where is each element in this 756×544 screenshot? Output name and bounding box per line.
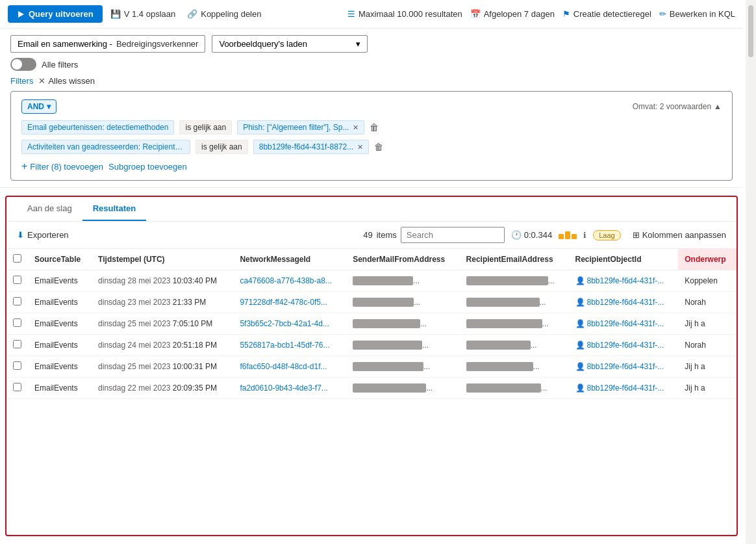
rule-icon: ⚑ [562,9,570,19]
row-checkbox[interactable] [13,361,21,370]
row-checkbox-cell[interactable] [6,270,28,292]
filters-link[interactable]: Filters [10,76,33,86]
search-input[interactable] [401,227,505,243]
row-message-id[interactable]: f6fac650-d48f-48cd-d1f... [233,356,346,378]
row-recipient-object-id[interactable]: 👤8bb129fe-f6d4-431f-... [569,270,679,292]
row-source: EmailEvents [28,378,92,399]
conditions-label[interactable]: Omvat: 2 voorwaarden ▲ [633,102,722,111]
row-sender: ... [346,356,459,378]
select-all-header[interactable] [6,249,28,270]
filter-value-chip[interactable]: 8bb129fe-f6d4-431f-8872... ✕ [253,140,369,154]
and-chevron-icon: ▾ [47,102,51,111]
timing-area: 🕐 0:0.344 [511,230,552,240]
row-checkbox-cell[interactable] [6,292,28,313]
filter-field-chip[interactable]: Activiteiten van geadresseerden: Recipie… [21,140,190,154]
row-subject: Jij h a [678,313,737,335]
clock-icon: 🕐 [511,230,522,240]
row-checkbox[interactable] [13,340,21,348]
toolbar-right: ☰ Maximaal 10.000 resultaten 📅 Afgelopen… [347,9,735,19]
header-subject: Onderwerp [678,249,737,270]
toggle-knob [12,59,22,70]
all-filters-label: Alle filters [42,60,78,70]
filter-trash-icon[interactable]: 🗑 [374,142,383,152]
row-recipient-object-id[interactable]: 👤8bb129fe-f6d4-431f-... [569,356,679,378]
run-query-button[interactable]: Query uitvoeren [8,5,103,23]
results-section: Aan de slag Resultaten ⬇ Exporteren 49 i… [5,196,738,536]
add-filter-row: + Filter (8) toevoegen Subgroep toevoege… [21,161,722,172]
days-item[interactable]: 📅 Afgelopen 7 dagen [470,9,555,19]
calendar-icon: 📅 [470,9,481,19]
and-button[interactable]: AND ▾ [21,99,57,114]
clear-all-icon: ✕ [38,76,45,86]
save-button[interactable]: 💾 V 1.4 opslaan [107,6,180,21]
row-checkbox-cell[interactable] [6,313,28,335]
source-dropdown[interactable]: Email en samenwerking - Bedreigingsverke… [10,35,205,53]
add-filter-button[interactable]: + Filter (8) toevoegen [21,161,103,172]
filter-trash-icon[interactable]: 🗑 [370,122,379,133]
row-recipient-email: ... [460,356,569,378]
row-checkbox[interactable] [13,276,21,284]
tab-resultaten[interactable]: Resultaten [82,197,146,221]
row-recipient-object-id[interactable]: 👤8bb129fe-f6d4-431f-... [569,313,679,335]
row-checkbox-cell[interactable] [6,335,28,356]
filter-value-clear-icon[interactable]: ✕ [353,123,359,132]
row-message-id[interactable]: 5526817a-bcb1-45df-76... [233,335,346,356]
table-row: EmailEvents dinsdag 25 mei 2023 10:00:31… [6,356,737,378]
filter-box: AND ▾ Omvat: 2 voorwaarden ▲ Email gebeu… [10,91,733,181]
row-checkbox[interactable] [13,383,21,391]
share-button[interactable]: 🔗 Koppeling delen [183,6,265,21]
row-recipient-email: ... [460,335,569,356]
right-scrollbar[interactable] [746,0,756,544]
row-sender: ... [346,378,459,399]
row-checkbox-cell[interactable] [6,378,28,399]
edit-kql-item[interactable]: ✏ Bewerken in KQL [659,9,735,19]
table-row: EmailEvents dinsdag 22 mei 2023 20:09:35… [6,378,737,399]
clear-all-button[interactable]: ✕ Alles wissen [38,76,95,86]
filter-field-chip[interactable]: Email gebeurtenissen: detectiemethoden [21,120,174,135]
laag-badge: Laag [593,230,620,240]
row-sender: ... [346,335,459,356]
tab-aan-de-slag[interactable]: Aan de slag [17,197,82,221]
row-checkbox[interactable] [13,297,21,305]
items-count-value: 49 [363,230,372,240]
run-query-label: Query uitvoeren [29,9,94,19]
header-source-table: SourceTable [28,249,92,270]
row-timestamp: dinsdag 23 mei 2023 21:33 PM [92,292,233,313]
row-checkbox[interactable] [13,318,21,327]
create-rule-item[interactable]: ⚑ Creatie detectieregel [562,9,651,19]
row-message-id[interactable]: 971228df-ff42-478c-0f5... [233,292,346,313]
row-recipient-email: ... [460,378,569,399]
row-sender: ... [346,270,459,292]
filter-value-chip[interactable]: Phish: ["Algemeen filter"], Sp... ✕ [237,120,364,135]
filter-row1: Email en samenwerking - Bedreigingsverke… [10,35,733,53]
download-icon: ⬇ [17,230,24,240]
row-recipient-object-id[interactable]: 👤8bb129fe-f6d4-431f-... [569,335,679,356]
filter-area: Email en samenwerking - Bedreigingsverke… [0,29,743,188]
row-recipient-object-id[interactable]: 👤8bb129fe-f6d4-431f-... [569,292,679,313]
bar2 [565,231,570,239]
edit-icon: ✏ [659,9,666,19]
add-subgroup-button[interactable]: Subgroep toevoegen [108,162,187,172]
all-filters-toggle[interactable] [10,58,36,71]
header-sender: SenderMailFromAddress [346,249,459,270]
row-message-id[interactable]: ca476608-a776-438b-a8... [233,270,346,292]
info-icon: ℹ [583,231,586,240]
svg-marker-0 [18,11,24,18]
row-recipient-email: ... [460,292,569,313]
row-recipient-object-id[interactable]: 👤8bb129fe-f6d4-431f-... [569,378,679,399]
export-button[interactable]: ⬇ Exporteren [17,230,69,240]
filter-value-clear-icon[interactable]: ✕ [357,143,363,151]
row-message-id[interactable]: 5f3b65c2-7bcb-42a1-4d... [233,313,346,335]
columns-button[interactable]: ⊞ Kolommen aanpassen [633,230,726,240]
row-message-id[interactable]: fa2d0610-9b43-4de3-f7... [233,378,346,399]
filter-operator-chip[interactable]: is gelijk aan [195,140,248,154]
example-query-dropdown[interactable]: Voorbeeldquery's laden ▾ [212,35,368,53]
filter-operator-chip[interactable]: is gelijk aan [179,120,232,135]
row-checkbox-cell[interactable] [6,356,28,378]
timing-value: 0:0.344 [524,230,552,240]
row-source: EmailEvents [28,356,92,378]
max-results-item[interactable]: ☰ Maximaal 10.000 resultaten [347,9,462,19]
select-all-checkbox[interactable] [13,254,21,263]
row-recipient-email: ... [460,313,569,335]
header-recipient-object-id: RecipientObjectId [569,249,679,270]
